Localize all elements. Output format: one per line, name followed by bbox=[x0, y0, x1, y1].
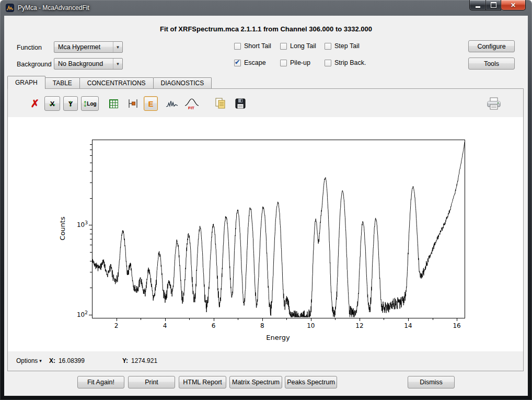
checkbox-label: Step Tail bbox=[334, 42, 360, 50]
peaks-spectrum-button[interactable]: Peaks Spectrum bbox=[285, 376, 337, 388]
cursor-y-value: 1274.921 bbox=[131, 357, 157, 364]
checkbox-box bbox=[234, 43, 241, 50]
plot-frame[interactable] bbox=[92, 140, 465, 318]
tick-mark bbox=[90, 144, 92, 145]
graph-tab-panel: ✗ ↔ X ↕ Y ↕ Log E bbox=[7, 88, 524, 371]
html-report-button[interactable]: HTML Report bbox=[179, 376, 226, 388]
function-label: Function bbox=[17, 44, 42, 51]
fit-again-button[interactable]: Fit Again! bbox=[77, 376, 124, 388]
maximize-button[interactable] bbox=[486, 0, 501, 10]
tick-mark bbox=[360, 318, 360, 321]
checkbox-strip-back[interactable]: Strip Back. bbox=[325, 59, 366, 66]
configure-button[interactable]: Configure bbox=[468, 40, 515, 52]
tab-diagnostics[interactable]: DIAGNOSTICS bbox=[153, 77, 212, 88]
cursor-x-value: 16.08399 bbox=[59, 357, 85, 364]
dismiss-button[interactable]: Dismiss bbox=[408, 376, 455, 388]
chevron-down-icon: ▼ bbox=[113, 42, 122, 52]
tick-mark bbox=[90, 239, 92, 239]
zoom-reset-icon[interactable]: ✗ bbox=[29, 96, 41, 111]
matrix-spectrum-button[interactable]: Matrix Spectrum bbox=[229, 376, 282, 388]
tick-mark bbox=[286, 318, 287, 320]
y-autoscale-button[interactable]: ↕ Y bbox=[63, 96, 78, 111]
fit-header-title: Fit of XRFSpectrum.mca 2.1.1.1 from Chan… bbox=[4, 25, 528, 33]
close-button[interactable]: ✕ bbox=[501, 0, 526, 10]
checkbox-long-tail[interactable]: Long Tail bbox=[280, 42, 316, 50]
x-tick-label: 4 bbox=[163, 322, 167, 329]
chevron-down-icon: ▼ bbox=[113, 59, 122, 69]
x-autoscale-button[interactable]: ↔ X bbox=[44, 96, 60, 111]
tick-mark bbox=[335, 318, 336, 320]
checkbox-short-tail[interactable]: Short Tail bbox=[234, 42, 271, 50]
tick-mark bbox=[141, 318, 141, 320]
checkbox-label: Long Tail bbox=[290, 42, 316, 50]
checkbox-label: Strip Back. bbox=[334, 59, 366, 66]
tick-mark bbox=[90, 234, 92, 234]
checkbox-box bbox=[325, 60, 331, 66]
energy-toggle-button[interactable]: E bbox=[144, 96, 158, 111]
function-combobox-value: Mca Hypermet bbox=[58, 43, 100, 51]
tick-mark bbox=[408, 318, 409, 321]
y-axis-title: Counts bbox=[59, 216, 66, 240]
chevron-down-icon: ▾ bbox=[39, 358, 42, 363]
x-tick-label: 12 bbox=[355, 322, 363, 329]
tools-button[interactable]: Tools bbox=[468, 58, 515, 70]
plot-toolbar: ✗ ↔ X ↕ Y ↕ Log E bbox=[8, 92, 523, 115]
checkbox-pile-up[interactable]: Pile-up bbox=[280, 59, 310, 66]
x-tick-label: 8 bbox=[260, 322, 264, 329]
tick-mark bbox=[90, 198, 92, 199]
checkbox-box bbox=[280, 43, 287, 50]
tick-mark bbox=[90, 245, 92, 245]
options-label: Options bbox=[16, 357, 38, 364]
tick-mark bbox=[89, 315, 92, 315]
tab-graph[interactable]: GRAPH bbox=[7, 76, 45, 89]
print-button[interactable]: Print bbox=[128, 376, 175, 388]
minimize-icon bbox=[476, 6, 480, 8]
tick-mark bbox=[90, 229, 92, 230]
background-combobox-value: No Background bbox=[58, 60, 103, 67]
tick-mark bbox=[90, 252, 92, 253]
grid-toggle-icon[interactable] bbox=[107, 96, 120, 111]
tick-mark bbox=[89, 225, 92, 225]
spectrum-plot-canvas[interactable] bbox=[92, 140, 465, 318]
copy-to-clipboard-icon[interactable] bbox=[213, 96, 228, 111]
checkbox-box bbox=[325, 43, 331, 50]
fit-icon[interactable]: FIT bbox=[184, 96, 200, 111]
tab-table[interactable]: TABLE bbox=[45, 77, 80, 88]
tick-mark bbox=[90, 182, 92, 183]
tab-bar: GRAPH TABLE CONCENTRATIONS DIAGNOSTICS bbox=[7, 76, 211, 89]
status-row: Options ▾ X: 16.08399 Y: 1274.921 bbox=[8, 351, 523, 370]
checkbox-label: Short Tail bbox=[244, 42, 271, 50]
tick-mark bbox=[90, 163, 92, 163]
cursor-x-label: X: bbox=[49, 357, 55, 364]
checkbox-step-tail[interactable]: Step Tail bbox=[325, 42, 360, 50]
function-combobox[interactable]: Mca Hypermet ▼ bbox=[54, 41, 123, 53]
maximize-icon bbox=[491, 2, 496, 8]
tick-mark bbox=[90, 150, 92, 150]
tick-mark bbox=[384, 318, 384, 320]
tick-mark bbox=[90, 171, 92, 172]
save-icon[interactable] bbox=[233, 96, 248, 111]
tick-mark bbox=[262, 318, 263, 321]
x-autoscale-label: X bbox=[50, 100, 55, 108]
tab-concentrations[interactable]: CONCENTRATIONS bbox=[79, 77, 154, 88]
tick-mark bbox=[90, 288, 92, 288]
app-window: PyMca - McaAdvancedFit ✕ Fit of XRFSpect… bbox=[0, 0, 532, 400]
x-axis-title: Energy bbox=[266, 334, 290, 341]
log-scale-button[interactable]: ↕ Log bbox=[81, 96, 99, 111]
options-button[interactable]: Options ▾ bbox=[16, 357, 42, 364]
print-icon[interactable] bbox=[485, 96, 502, 111]
background-label: Background bbox=[17, 61, 52, 68]
app-icon bbox=[6, 4, 14, 12]
derivative-plot-icon[interactable] bbox=[165, 96, 179, 111]
titlebar[interactable]: PyMca - McaAdvancedFit ✕ bbox=[0, 0, 532, 16]
log-label: Log bbox=[87, 101, 96, 107]
x-tick-label: 14 bbox=[404, 322, 412, 329]
minimize-button[interactable] bbox=[469, 0, 486, 10]
plot-widget: Counts Energy 246810121416102103 bbox=[8, 117, 523, 351]
x-tick-label: 16 bbox=[453, 322, 460, 329]
background-combobox[interactable]: No Background ▼ bbox=[54, 58, 123, 70]
peak-markers-icon[interactable] bbox=[126, 96, 140, 111]
checkbox-escape[interactable]: Escape bbox=[234, 59, 266, 66]
x-tick-label: 10 bbox=[307, 322, 315, 329]
y-autoscale-label: Y bbox=[68, 100, 73, 108]
